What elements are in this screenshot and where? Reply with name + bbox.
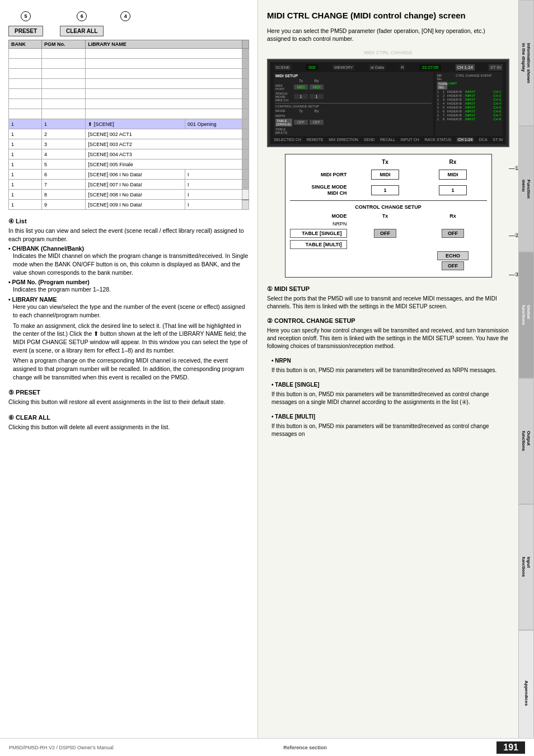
table-row[interactable]: 19[SCENE] 009 I No Data!I [9, 200, 249, 210]
col-scroll [242, 40, 249, 49]
midi-port-label: MIDI PORT [290, 172, 352, 177]
list-title: ④ List [8, 218, 249, 225]
mode-label: MODE [290, 213, 352, 219]
table-single-label[interactable]: TABLE [SINGLE] [290, 229, 347, 238]
tab-appendices[interactable]: Appendices [518, 630, 534, 756]
rx-label: Rx [419, 159, 487, 165]
clearall-body: Clicking this button will delete all eve… [8, 423, 249, 431]
table-row[interactable] [9, 89, 249, 99]
list-body: In this list you can view and select the… [8, 227, 249, 243]
circle-4: 4 [120, 11, 130, 21]
table-row[interactable] [9, 59, 249, 69]
table-row[interactable] [9, 79, 249, 89]
table-row[interactable]: 11⬆ [SCENE]001 Opening [9, 119, 249, 129]
chbank-body: Indicates the MIDI channel on which the … [13, 252, 249, 276]
table-row[interactable]: 17[SCENE] 007 I No Data!I [9, 180, 249, 190]
nrpn-label: NRPN [290, 221, 352, 227]
preset-title: ⑤ PRESET [8, 389, 249, 396]
footer-reference: Reference section [283, 745, 327, 750]
divider [290, 200, 487, 201]
tab-output[interactable]: Outputfunctions [518, 378, 534, 504]
echo-label[interactable]: ECHO [437, 251, 469, 260]
side-tabs: Information shownin the display Function… [518, 0, 534, 756]
table-row[interactable]: 18[SCENE] 008 I No Data!I [9, 190, 249, 200]
table-row[interactable]: 14[SCENE] 004 ACT3 [9, 149, 249, 159]
single-mode-tx[interactable]: 1 [371, 185, 399, 195]
table-single-section-title: • TABLE [SINGLE] [271, 381, 509, 389]
nrpn-body: If this button is on, PM5D mix parameter… [271, 367, 509, 374]
table-row[interactable] [9, 109, 249, 119]
left-panel: 5 PRESET 6 CLEAR ALL 4 BANK PGM No. LIBR… [0, 0, 257, 756]
tx-label: Tx [352, 159, 419, 165]
table-row[interactable]: 16[SCENE] 006 I No Data!I [9, 170, 249, 180]
right-intro: Here you can select the PM5D parameter (… [267, 27, 509, 43]
table-row[interactable] [9, 69, 249, 79]
midi-port-rx[interactable]: MIDI [439, 170, 467, 180]
footer-page: 191 [496, 741, 525, 754]
footer: PM5D/PM5D-RH V2 / DSP5D Owner's Manual R… [0, 738, 534, 756]
single-mode-rx[interactable]: 1 [439, 185, 467, 195]
table-multi-section-title: • TABLE [MULTI] [271, 413, 509, 421]
ctrl-change-section: ② CONTROL CHANGE SETUP Here you can spec… [267, 317, 509, 350]
ctrl-change-section-body: Here you can specify how control changes… [267, 327, 509, 350]
libname-body1: Here you can view/select the type and th… [13, 303, 249, 319]
table-single-rx[interactable]: OFF [442, 229, 464, 238]
right-title: MIDI CTRL CHANGE (MIDI control change) s… [267, 10, 509, 21]
midi-setup-section-title: ① MIDI SETUP [267, 285, 509, 293]
circle-5: 5 [21, 11, 31, 21]
col-pgm: PGM No. [41, 40, 85, 49]
midi-setup-box: Tx Rx MIDI PORT MIDI MIDI SINGLE MODEMID… [285, 154, 492, 278]
table-single-section-body: If this button is on, PM5D mix parameter… [271, 391, 509, 406]
table-row[interactable] [9, 49, 249, 59]
pgmno-body: Indicates the program number 1–128. [13, 285, 249, 294]
top-controls: 5 PRESET 6 CLEAR ALL 4 [8, 11, 249, 36]
clearall-title: ⑥ CLEAR ALL [8, 414, 249, 421]
libname-body3: When a program change on the correspondi… [13, 356, 249, 381]
single-mode-label: SINGLE MODEMIDI CH [290, 184, 352, 196]
midi-setup-content: Tx Rx MIDI PORT MIDI MIDI SINGLE MODEMID… [285, 154, 491, 278]
col-library: LIBRARY NAME [86, 40, 242, 49]
nrpn-section: • NRPN If this button is on, PM5D mix pa… [267, 357, 509, 374]
text-sections: ④ List In this list you can view and sel… [8, 218, 249, 431]
table-single-section: • TABLE [SINGLE] If this button is on, P… [267, 381, 509, 406]
midi-display: SCENE 000 MEMORY al Data R 22:27:05 CH 1… [267, 59, 509, 147]
footer-model: PM5D/PM5D-RH V2 / DSP5D Owner's Manual [9, 745, 114, 750]
preset-button[interactable]: PRESET [8, 26, 43, 36]
mode-tx: Tx [352, 213, 419, 219]
ctrl-change-section-title: ② CONTROL CHANGE SETUP [267, 317, 509, 325]
table-row[interactable]: 13[SCENE] 003 ACT2 [9, 139, 249, 149]
midi-setup-section-body: Select the ports that the PM5D will use … [267, 295, 509, 311]
library-table-container: BANK PGM No. LIBRARY NAME 11⬆ [SCENE]001… [8, 40, 249, 210]
midi-setup-section: ① MIDI SETUP Select the ports that the P… [267, 285, 509, 311]
midi-setup-diagram: Tx Rx MIDI PORT MIDI MIDI SINGLE MODEMID… [267, 154, 509, 278]
nrpn-title: • NRPN [271, 357, 509, 365]
preset-body: Clicking this button will restore all ev… [8, 398, 249, 406]
table-multi-section-body: If this button is on, PM5D mix parameter… [271, 422, 509, 438]
circle-6: 6 [77, 11, 87, 21]
echo-value[interactable]: OFF [442, 261, 464, 270]
table-single-tx[interactable]: OFF [374, 229, 396, 238]
pgmno-title: • PGM No. (Program number) [8, 279, 249, 285]
tab-input[interactable]: Inputfunctions [518, 504, 534, 630]
tab-global[interactable]: Globalfunctions [518, 252, 534, 378]
midi-display-inner: SCENE 000 MEMORY al Data R 22:27:05 CH 1… [270, 62, 506, 144]
clear-all-button[interactable]: CLEAR ALL [60, 26, 104, 36]
libname-title: • LIBRARY NAME [8, 296, 249, 303]
table-multi-label[interactable]: TABLE [MULTI] [290, 240, 347, 249]
control-change-header: CONTROL CHANGE SETUP [290, 204, 487, 210]
chbank-title: • CH/BANK (Channel/Bank) [8, 245, 249, 252]
table-row[interactable]: 15[SCENE] 005 Finale [9, 159, 249, 170]
midi-port-tx[interactable]: MIDI [371, 170, 399, 180]
col-bank: BANK [9, 40, 42, 49]
libname-body2: To make an assignment, click the desired… [13, 322, 249, 355]
table-row[interactable] [9, 99, 249, 109]
table-multi-section: • TABLE [MULTI] If this button is on, PM… [267, 413, 509, 438]
display-subtitle: MIDI CTRL CHANGE [267, 50, 509, 55]
right-panel: MIDI CTRL CHANGE (MIDI control change) s… [257, 0, 518, 756]
tab-information[interactable]: Information shownin the display [518, 0, 534, 126]
library-table: BANK PGM No. LIBRARY NAME 11⬆ [SCENE]001… [8, 40, 249, 210]
mode-rx: Rx [419, 213, 487, 219]
tab-function[interactable]: Functionmenu [518, 126, 534, 252]
table-row[interactable]: 12[SCENE] 002 ACT1 [9, 129, 249, 139]
